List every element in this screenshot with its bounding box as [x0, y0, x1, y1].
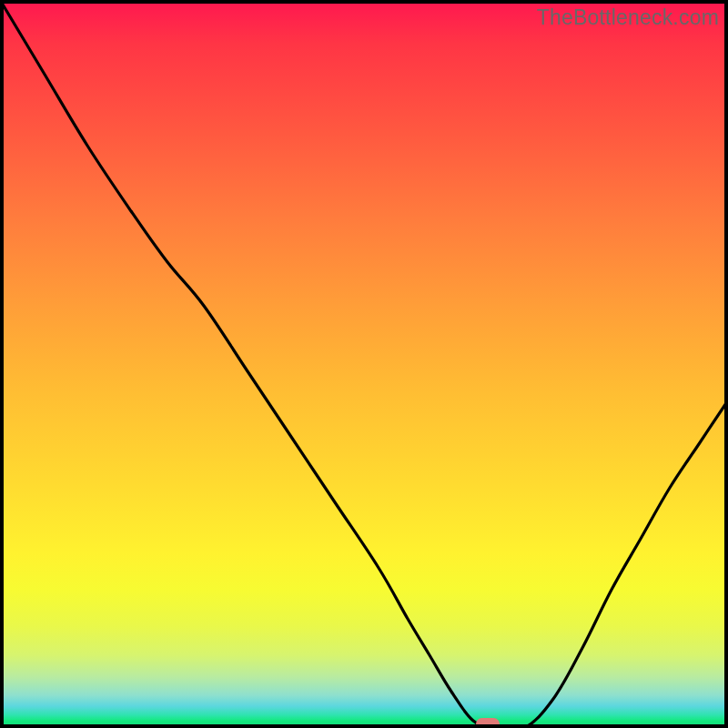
watermark-text: TheBottleneck.com	[537, 5, 719, 30]
chart-container: TheBottleneck.com	[0, 0, 728, 728]
gradient-background	[0, 0, 728, 728]
bottleneck-marker	[476, 718, 500, 728]
